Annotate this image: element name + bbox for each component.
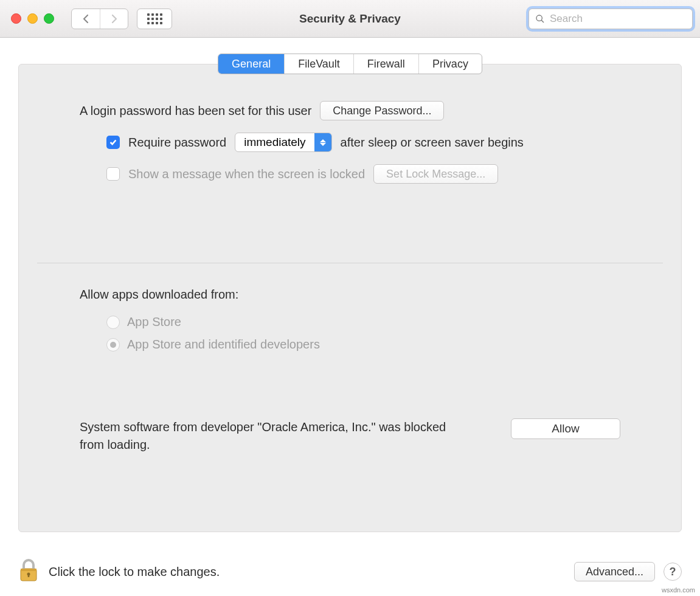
search-field-wrap[interactable] bbox=[528, 9, 693, 29]
login-password-row: A login password has been set for this u… bbox=[80, 101, 620, 120]
tab-privacy[interactable]: Privacy bbox=[419, 54, 482, 74]
select-arrows-icon bbox=[314, 133, 331, 151]
tab-firewall[interactable]: Firewall bbox=[354, 54, 419, 74]
chevron-left-icon bbox=[82, 14, 89, 24]
advanced-button[interactable]: Advanced... bbox=[574, 562, 655, 581]
content-area: General FileVault Firewall Privacy A log… bbox=[0, 38, 700, 596]
allow-apps-heading: Allow apps downloaded from: bbox=[80, 288, 620, 302]
require-password-checkbox[interactable] bbox=[106, 136, 120, 149]
tab-filevault[interactable]: FileVault bbox=[285, 54, 354, 74]
change-password-button[interactable]: Change Password... bbox=[320, 101, 444, 120]
radio-app-store bbox=[106, 316, 120, 329]
section-divider bbox=[37, 263, 663, 263]
tab-general[interactable]: General bbox=[218, 54, 285, 74]
svg-line-1 bbox=[541, 20, 544, 23]
search-input[interactable] bbox=[550, 13, 686, 25]
zoom-window-button[interactable] bbox=[44, 13, 54, 24]
tabs-row: General FileVault Firewall Privacy bbox=[18, 54, 682, 74]
lock-icon bbox=[18, 558, 39, 583]
checkmark-icon bbox=[109, 138, 117, 147]
close-window-button[interactable] bbox=[11, 13, 21, 24]
show-message-label: Show a message when the screen is locked bbox=[128, 167, 365, 181]
radio-app-store-dev-row: App Store and identified developers bbox=[106, 338, 620, 352]
lock-button[interactable] bbox=[18, 558, 49, 585]
chevron-right-icon bbox=[111, 14, 118, 24]
allow-button[interactable]: Allow bbox=[511, 418, 620, 439]
svg-rect-5 bbox=[28, 574, 30, 577]
svg-rect-3 bbox=[21, 569, 36, 571]
footer: Click the lock to make changes. Advanced… bbox=[18, 558, 682, 585]
select-value: immediately bbox=[235, 136, 314, 149]
radio-app-store-label: App Store bbox=[127, 315, 181, 329]
watermark: wsxdn.com bbox=[662, 586, 695, 594]
show-all-button[interactable] bbox=[137, 9, 172, 29]
radio-app-store-dev bbox=[106, 338, 120, 352]
require-password-delay-select[interactable]: immediately bbox=[235, 133, 331, 152]
minimize-window-button[interactable] bbox=[27, 13, 38, 24]
require-password-label: Require password bbox=[128, 136, 226, 150]
help-button[interactable]: ? bbox=[664, 563, 682, 581]
grid-icon bbox=[147, 13, 162, 24]
traffic-lights bbox=[11, 13, 54, 24]
tab-segmented-control: General FileVault Firewall Privacy bbox=[218, 54, 482, 74]
radio-app-store-row: App Store bbox=[106, 315, 620, 329]
general-panel: A login password has been set for this u… bbox=[18, 64, 682, 532]
radio-app-store-dev-label: App Store and identified developers bbox=[127, 338, 320, 352]
show-message-row: Show a message when the screen is locked… bbox=[106, 164, 620, 184]
blocked-software-row: System software from developer "Oracle A… bbox=[80, 418, 620, 454]
login-password-label: A login password has been set for this u… bbox=[80, 104, 311, 118]
lock-hint-text: Click the lock to make changes. bbox=[49, 565, 220, 579]
titlebar: Security & Privacy bbox=[0, 0, 700, 38]
svg-point-0 bbox=[536, 15, 542, 21]
back-button[interactable] bbox=[72, 9, 100, 29]
window-title: Security & Privacy bbox=[299, 12, 401, 26]
forward-button[interactable] bbox=[100, 9, 128, 29]
blocked-software-text: System software from developer "Oracle A… bbox=[80, 418, 469, 454]
show-message-checkbox[interactable] bbox=[106, 167, 120, 181]
nav-buttons bbox=[71, 9, 128, 29]
after-sleep-label: after sleep or screen saver begins bbox=[341, 136, 524, 150]
require-password-row: Require password immediately after sleep… bbox=[106, 133, 620, 152]
search-icon bbox=[535, 14, 545, 24]
set-lock-message-button: Set Lock Message... bbox=[373, 164, 498, 184]
